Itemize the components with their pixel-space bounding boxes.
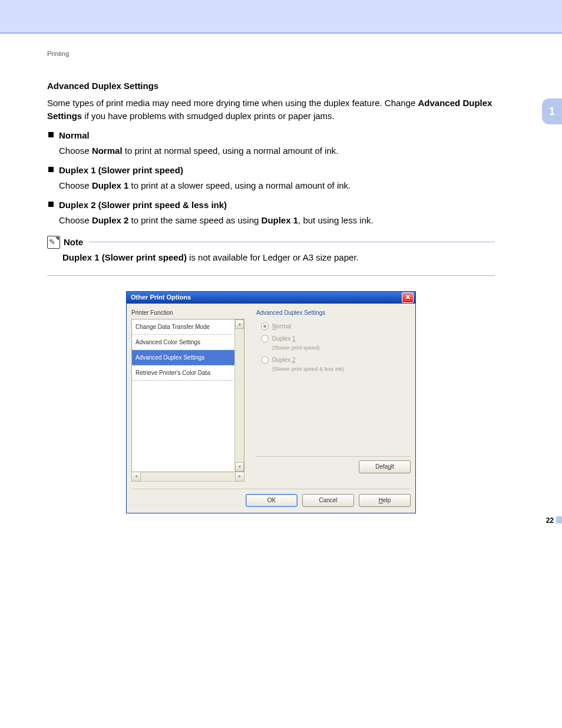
group-title: Advanced Duplex Settings <box>256 308 411 317</box>
bullet-duplex1: Duplex 1 (Slower print speed) <box>47 164 495 177</box>
section-heading: Advanced Duplex Settings <box>47 80 495 93</box>
top-header-bar <box>0 0 562 34</box>
note-label: Note <box>64 236 83 249</box>
bullet-duplex2-body: Choose Duplex 2 to print the same speed … <box>47 214 495 228</box>
printer-function-list[interactable]: Change Data Transfer Mode Advanced Color… <box>131 319 244 472</box>
list-item[interactable]: Advanced Duplex Settings <box>132 350 244 365</box>
chapter-tab: 1 <box>542 98 562 124</box>
printer-function-label: Printer Function <box>131 308 249 317</box>
bullet-normal-body: Choose Normal to print at normal speed, … <box>47 144 495 158</box>
list-item[interactable]: Advanced Color Settings <box>132 335 244 350</box>
radio-label: Duplex 1 (Slower print speed) <box>272 334 320 353</box>
list-item[interactable]: Retrieve Printer's Color Data <box>132 365 244 381</box>
horizontal-scrollbar[interactable]: ◂ ▸ <box>131 472 244 482</box>
dialog-title: Other Print Options <box>128 292 191 302</box>
separator <box>131 489 411 489</box>
note-divider <box>89 242 495 242</box>
note-body: Duplex 1 (Slower print speed) is not ava… <box>47 251 495 265</box>
radio-duplex1[interactable]: Duplex 1 (Slower print speed) <box>261 334 411 353</box>
radio-label: Duplex 2 (Slower print speed & less ink) <box>272 355 344 374</box>
page-number: 22 <box>546 515 562 525</box>
radio-normal[interactable]: Normal <box>261 322 411 331</box>
vertical-scrollbar[interactable]: ▴ ▾ <box>234 319 244 472</box>
cancel-button[interactable]: Cancel <box>302 494 354 507</box>
scroll-up-icon[interactable]: ▴ <box>235 319 244 329</box>
radio-label: Normal <box>272 322 291 331</box>
note-icon <box>47 236 60 249</box>
other-print-options-dialog: Other Print Options ✕ Printer Function C… <box>126 291 416 513</box>
radio-icon[interactable] <box>261 356 269 364</box>
close-icon[interactable]: ✕ <box>402 292 414 303</box>
dialog-titlebar[interactable]: Other Print Options ✕ <box>127 292 415 304</box>
bullet-duplex2: Duplex 2 (Slower print speed & less ink) <box>47 199 495 212</box>
ok-button[interactable]: OK <box>246 494 297 507</box>
breadcrumb: Printing <box>47 50 515 57</box>
radio-duplex2[interactable]: Duplex 2 (Slower print speed & less ink) <box>261 355 411 374</box>
bullet-duplex1-body: Choose Duplex 1 to print at a slower spe… <box>47 179 495 193</box>
scroll-left-icon[interactable]: ◂ <box>131 472 141 482</box>
intro-text: Some types of print media may need more … <box>47 97 495 123</box>
radio-icon[interactable] <box>261 335 269 342</box>
note-end-divider <box>47 275 495 276</box>
bullet-normal: Normal <box>47 129 495 143</box>
help-button[interactable]: Help <box>359 494 411 507</box>
separator <box>256 456 411 457</box>
default-button[interactable]: Default <box>359 460 411 473</box>
radio-icon[interactable] <box>261 322 269 330</box>
scroll-down-icon[interactable]: ▾ <box>235 462 244 472</box>
scroll-right-icon[interactable]: ▸ <box>235 472 244 482</box>
list-item[interactable]: Change Data Transfer Mode <box>132 319 244 335</box>
